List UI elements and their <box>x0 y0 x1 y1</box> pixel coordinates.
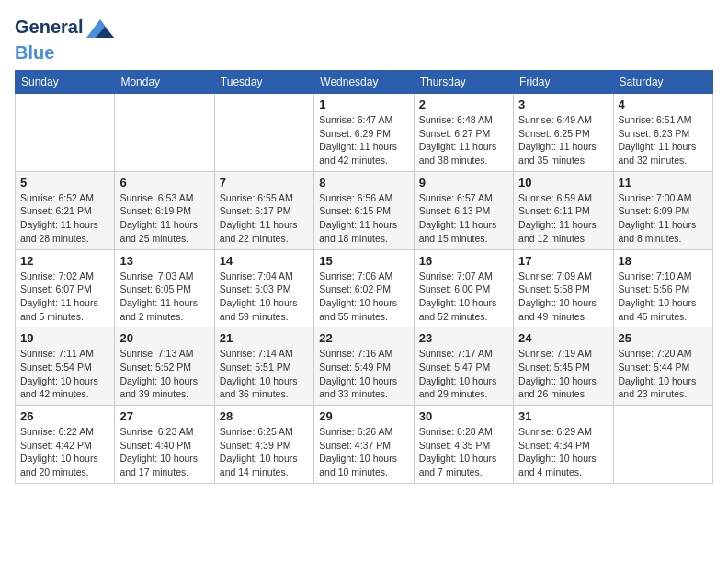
day-info: Sunrise: 7:16 AM Sunset: 5:49 PM Dayligh… <box>319 347 408 401</box>
day-number: 20 <box>119 331 209 345</box>
day-info: Sunrise: 7:13 AM Sunset: 5:52 PM Dayligh… <box>119 347 209 401</box>
calendar-cell: 17Sunrise: 7:09 AM Sunset: 5:58 PM Dayli… <box>514 249 613 327</box>
calendar-cell: 5Sunrise: 6:52 AM Sunset: 6:21 PM Daylig… <box>16 171 115 249</box>
weekday-header: Monday <box>115 71 214 94</box>
day-number: 16 <box>419 254 508 268</box>
weekday-header: Sunday <box>16 71 115 94</box>
day-info: Sunrise: 7:20 AM Sunset: 5:44 PM Dayligh… <box>619 347 708 401</box>
calendar-cell: 7Sunrise: 6:55 AM Sunset: 6:17 PM Daylig… <box>214 171 313 249</box>
day-number: 19 <box>20 331 109 345</box>
day-info: Sunrise: 6:51 AM Sunset: 6:23 PM Dayligh… <box>619 113 708 167</box>
page-header: General Blue <box>15 15 713 63</box>
day-number: 2 <box>419 98 508 111</box>
day-number: 30 <box>419 409 508 423</box>
day-info: Sunrise: 7:19 AM Sunset: 5:45 PM Dayligh… <box>518 347 608 401</box>
calendar-cell: 26Sunrise: 6:22 AM Sunset: 4:42 PM Dayli… <box>16 406 115 484</box>
day-number: 3 <box>518 98 608 111</box>
day-number: 5 <box>20 176 109 190</box>
day-info: Sunrise: 6:25 AM Sunset: 4:39 PM Dayligh… <box>220 425 309 479</box>
calendar-cell: 31Sunrise: 6:29 AM Sunset: 4:34 PM Dayli… <box>514 406 613 484</box>
calendar-week-row: 26Sunrise: 6:22 AM Sunset: 4:42 PM Dayli… <box>16 406 713 484</box>
calendar-cell: 28Sunrise: 6:25 AM Sunset: 4:39 PM Dayli… <box>214 406 313 484</box>
day-info: Sunrise: 6:22 AM Sunset: 4:42 PM Dayligh… <box>20 425 109 479</box>
day-info: Sunrise: 7:02 AM Sunset: 6:07 PM Dayligh… <box>20 270 109 324</box>
calendar-header-row: SundayMondayTuesdayWednesdayThursdayFrid… <box>16 71 713 94</box>
weekday-header: Wednesday <box>314 71 414 94</box>
day-number: 13 <box>119 254 209 268</box>
calendar-table: SundayMondayTuesdayWednesdayThursdayFrid… <box>15 70 713 484</box>
calendar-week-row: 5Sunrise: 6:52 AM Sunset: 6:21 PM Daylig… <box>16 171 713 249</box>
day-number: 29 <box>319 409 408 423</box>
calendar-cell: 27Sunrise: 6:23 AM Sunset: 4:40 PM Dayli… <box>115 406 214 484</box>
day-info: Sunrise: 6:28 AM Sunset: 4:35 PM Dayligh… <box>419 425 508 479</box>
day-info: Sunrise: 6:23 AM Sunset: 4:40 PM Dayligh… <box>119 425 209 479</box>
calendar-cell: 24Sunrise: 7:19 AM Sunset: 5:45 PM Dayli… <box>514 327 613 406</box>
day-info: Sunrise: 6:26 AM Sunset: 4:37 PM Dayligh… <box>319 425 408 479</box>
day-info: Sunrise: 6:55 AM Sunset: 6:17 PM Dayligh… <box>220 191 309 246</box>
weekday-header: Tuesday <box>214 71 313 94</box>
calendar-week-row: 1Sunrise: 6:47 AM Sunset: 6:29 PM Daylig… <box>16 94 713 172</box>
calendar-cell: 10Sunrise: 6:59 AM Sunset: 6:11 PM Dayli… <box>514 171 613 249</box>
calendar-cell: 21Sunrise: 7:14 AM Sunset: 5:51 PM Dayli… <box>214 327 313 406</box>
logo-subtext: Blue <box>15 42 114 63</box>
day-number: 6 <box>119 176 209 190</box>
day-number: 1 <box>319 98 408 111</box>
day-info: Sunrise: 6:47 AM Sunset: 6:29 PM Dayligh… <box>319 113 408 167</box>
day-info: Sunrise: 6:53 AM Sunset: 6:19 PM Dayligh… <box>119 191 209 246</box>
day-number: 23 <box>419 331 508 345</box>
calendar-week-row: 19Sunrise: 7:11 AM Sunset: 5:54 PM Dayli… <box>16 327 713 406</box>
day-number: 12 <box>20 254 109 268</box>
calendar-cell: 6Sunrise: 6:53 AM Sunset: 6:19 PM Daylig… <box>115 171 214 249</box>
calendar-cell: 2Sunrise: 6:48 AM Sunset: 6:27 PM Daylig… <box>414 94 513 172</box>
day-info: Sunrise: 6:59 AM Sunset: 6:11 PM Dayligh… <box>518 191 608 246</box>
day-number: 11 <box>619 176 708 190</box>
day-number: 14 <box>220 254 309 268</box>
weekday-header: Friday <box>514 71 613 94</box>
calendar-cell: 22Sunrise: 7:16 AM Sunset: 5:49 PM Dayli… <box>314 327 414 406</box>
day-number: 27 <box>119 409 209 423</box>
calendar-cell <box>115 94 214 172</box>
calendar-cell <box>16 94 115 172</box>
calendar-cell: 30Sunrise: 6:28 AM Sunset: 4:35 PM Dayli… <box>414 406 513 484</box>
day-info: Sunrise: 6:57 AM Sunset: 6:13 PM Dayligh… <box>419 191 508 246</box>
day-info: Sunrise: 7:10 AM Sunset: 5:56 PM Dayligh… <box>619 270 708 324</box>
day-info: Sunrise: 7:06 AM Sunset: 6:02 PM Dayligh… <box>319 270 408 324</box>
day-info: Sunrise: 6:52 AM Sunset: 6:21 PM Dayligh… <box>20 191 109 246</box>
day-number: 7 <box>220 176 309 190</box>
day-number: 8 <box>319 176 408 190</box>
day-info: Sunrise: 6:48 AM Sunset: 6:27 PM Dayligh… <box>419 113 508 167</box>
day-number: 22 <box>319 331 408 345</box>
day-number: 18 <box>619 254 708 268</box>
logo-text: General <box>15 15 114 42</box>
day-number: 31 <box>518 409 608 423</box>
day-number: 28 <box>220 409 309 423</box>
calendar-cell: 25Sunrise: 7:20 AM Sunset: 5:44 PM Dayli… <box>613 327 712 406</box>
weekday-header: Thursday <box>414 71 513 94</box>
logo: General Blue <box>15 15 114 63</box>
calendar-cell: 11Sunrise: 7:00 AM Sunset: 6:09 PM Dayli… <box>613 171 712 249</box>
calendar-cell: 1Sunrise: 6:47 AM Sunset: 6:29 PM Daylig… <box>314 94 414 172</box>
calendar-cell: 29Sunrise: 6:26 AM Sunset: 4:37 PM Dayli… <box>314 406 414 484</box>
day-info: Sunrise: 7:11 AM Sunset: 5:54 PM Dayligh… <box>20 347 109 401</box>
calendar-cell <box>214 94 313 172</box>
calendar-cell: 4Sunrise: 6:51 AM Sunset: 6:23 PM Daylig… <box>613 94 712 172</box>
calendar-cell: 23Sunrise: 7:17 AM Sunset: 5:47 PM Dayli… <box>414 327 513 406</box>
day-info: Sunrise: 7:09 AM Sunset: 5:58 PM Dayligh… <box>518 270 608 324</box>
calendar-week-row: 12Sunrise: 7:02 AM Sunset: 6:07 PM Dayli… <box>16 249 713 327</box>
day-info: Sunrise: 7:03 AM Sunset: 6:05 PM Dayligh… <box>119 270 209 324</box>
day-number: 21 <box>220 331 309 345</box>
day-number: 15 <box>319 254 408 268</box>
day-info: Sunrise: 7:17 AM Sunset: 5:47 PM Dayligh… <box>419 347 508 401</box>
calendar-cell: 18Sunrise: 7:10 AM Sunset: 5:56 PM Dayli… <box>613 249 712 327</box>
day-info: Sunrise: 7:00 AM Sunset: 6:09 PM Dayligh… <box>619 191 708 246</box>
day-number: 24 <box>518 331 608 345</box>
day-info: Sunrise: 7:14 AM Sunset: 5:51 PM Dayligh… <box>220 347 309 401</box>
calendar-cell: 8Sunrise: 6:56 AM Sunset: 6:15 PM Daylig… <box>314 171 414 249</box>
day-number: 17 <box>518 254 608 268</box>
calendar-cell: 12Sunrise: 7:02 AM Sunset: 6:07 PM Dayli… <box>16 249 115 327</box>
day-number: 26 <box>20 409 109 423</box>
calendar-cell: 16Sunrise: 7:07 AM Sunset: 6:00 PM Dayli… <box>414 249 513 327</box>
day-number: 4 <box>619 98 708 111</box>
calendar-cell: 14Sunrise: 7:04 AM Sunset: 6:03 PM Dayli… <box>214 249 313 327</box>
day-number: 25 <box>619 331 708 345</box>
